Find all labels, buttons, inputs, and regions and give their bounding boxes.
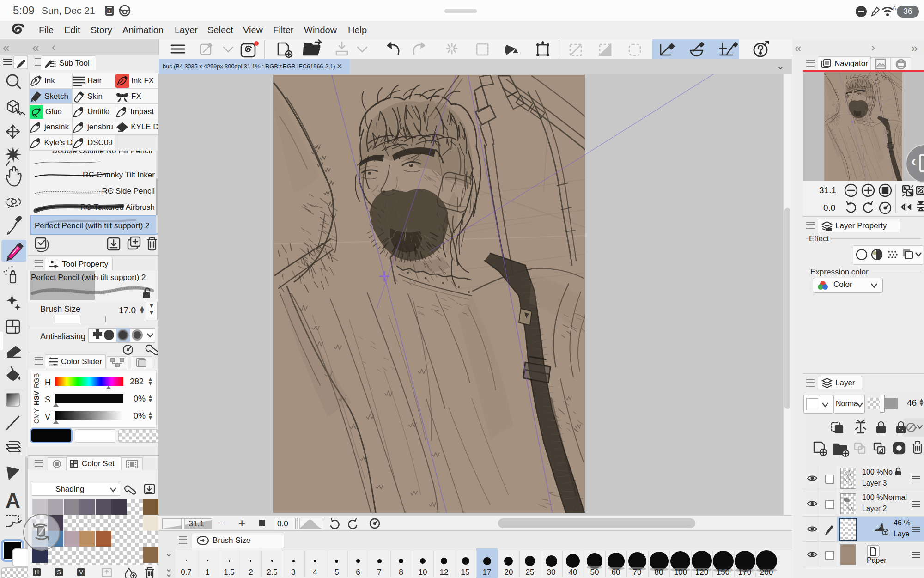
svg-text:6: 6 — [893, 6, 896, 11]
svg-text:31.1: 31.1 — [188, 519, 204, 528]
svg-text:A: A — [6, 489, 20, 512]
